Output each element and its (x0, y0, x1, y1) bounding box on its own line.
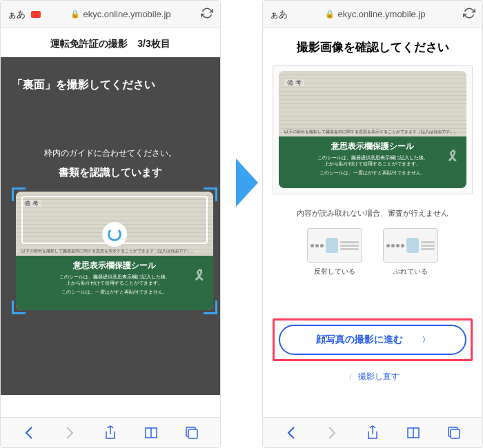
seal-text: このシールは、臓器提供意思表示欄に記入した後、 (21, 274, 208, 280)
seal-footer: このシールは、一度はがすと再貼付できません。 (21, 289, 208, 296)
instruction-main: 「裏面」を撮影してください (12, 78, 209, 92)
lock-icon: 🔒 (70, 10, 80, 19)
tabs-icon[interactable] (446, 426, 462, 440)
ribbon-icon: 🎗 (193, 268, 206, 284)
status-text: 書類を認識しています (12, 166, 209, 179)
card-small-text: 以下の部分を撮影して臓器提供に関する意思を表示することができます（記入は自由です… (21, 248, 208, 254)
tabs-icon[interactable] (184, 426, 200, 440)
face-icon (326, 238, 338, 253)
svg-rect-1 (451, 429, 460, 438)
chevron-left-icon: 〈 (346, 374, 352, 380)
face-icon (406, 238, 419, 253)
chevron-right-icon: 〉 (422, 335, 429, 345)
recording-icon (31, 11, 41, 18)
instruction-sub: 枠内のガイドに合わせてください。 (12, 147, 209, 159)
share-icon[interactable] (102, 425, 119, 440)
page-title: 撮影画像を確認してください (273, 28, 473, 65)
seal-title: 意思表示欄保護シール (284, 141, 461, 152)
spinner-icon (102, 222, 127, 247)
seal-text: このシールは、臓器提供意思表示欄に記入した後、 (284, 154, 461, 161)
back-icon[interactable] (283, 426, 299, 440)
forward-icon[interactable] (324, 426, 340, 440)
page-title: 運転免許証の撮影 3/3枚目 (1, 28, 220, 57)
back-icon[interactable] (21, 426, 37, 440)
button-label: 顔写真の撮影に進む (316, 334, 403, 346)
button-area: 顔写真の撮影に進む 〉 〈 撮影し直す (273, 318, 473, 383)
example-blur: ぶれている (383, 228, 438, 276)
highlight-box: 顔写真の撮影に進む 〉 (273, 318, 473, 361)
bookmarks-icon[interactable] (405, 427, 422, 439)
refresh-icon[interactable] (201, 7, 213, 22)
browser-bar: ぁあ 🔒 ekyc.online.ymobile.jp (1, 1, 220, 28)
share-icon[interactable] (364, 425, 381, 440)
url-text: ekyc.online.ymobile.jp (83, 9, 170, 19)
content-area: 運転免許証の撮影 3/3枚目 「裏面」を撮影してください 枠内のガイドに合わせて… (1, 28, 220, 417)
example-label: 反射している (307, 267, 362, 276)
capture-frame: 備 考 以下の部分を撮影して臓器提供に関する意思を表示することができます（記入は… (12, 187, 217, 314)
content-area: 撮影画像を確認してください 備 考 以下の部分を撮影して臓器提供に関する意思を表… (263, 28, 482, 417)
seal-title: 意思表示欄保護シール (21, 260, 208, 272)
text-size-control[interactable]: ぁあ (270, 8, 288, 21)
url-box[interactable]: 🔒 ekyc.online.ymobile.jp (293, 9, 457, 19)
lock-icon: 🔒 (325, 10, 335, 19)
retake-link[interactable]: 〈 撮影し直す (273, 371, 473, 383)
seal-footer: このシールは、一度はがすと再貼付できません。 (284, 170, 461, 176)
ribbon-icon: 🎗 (446, 149, 460, 165)
refresh-icon[interactable] (463, 7, 475, 22)
bookmarks-icon[interactable] (143, 427, 159, 439)
examples-row: 反射している ぶれている (273, 228, 473, 276)
camera-area: 「裏面」を撮影してください 枠内のガイドに合わせてください。 書類を認識していま… (1, 57, 220, 395)
url-box[interactable]: 🔒 ekyc.online.ymobile.jp (46, 9, 195, 19)
proceed-button[interactable]: 顔写真の撮影に進む 〉 (279, 325, 466, 355)
example-label: ぶれている (383, 267, 438, 276)
svg-rect-0 (188, 429, 197, 438)
forward-icon[interactable] (61, 426, 78, 440)
seal-text: 上から貼り付けて使用することができます。 (21, 280, 208, 286)
browser-toolbar (263, 417, 482, 447)
url-text: ekyc.online.ymobile.jp (337, 9, 425, 19)
warning-text: 内容が読み取れない場合、審査が行えません (273, 208, 473, 218)
retake-label: 撮影し直す (358, 371, 400, 381)
arrow-icon (236, 159, 258, 207)
preview-box: 備 考 以下の部分を撮影して臓器提供に関する意思を表示することができます（記入は… (273, 65, 473, 194)
phone-right: ぁあ 🔒 ekyc.online.ymobile.jp 撮影画像を確認してくださ… (262, 0, 483, 448)
text-size-control[interactable]: ぁあ (8, 8, 26, 21)
example-reflection: 反射している (307, 228, 362, 276)
browser-bar: ぁあ 🔒 ekyc.online.ymobile.jp (263, 1, 482, 28)
phone-left: ぁあ 🔒 ekyc.online.ymobile.jp 運転免許証の撮影 3/3… (0, 0, 221, 448)
seal-text: 上から貼り付けて使用することができます。 (284, 161, 461, 167)
browser-toolbar (1, 417, 220, 447)
card-label: 備 考 (284, 79, 304, 86)
card-small-text: 以下の部分を撮影して臓器提供に関する意思を表示することができます（記入は自由です… (284, 129, 461, 135)
preview-card: 備 考 以下の部分を撮影して臓器提供に関する意思を表示することができます（記入は… (279, 71, 466, 188)
